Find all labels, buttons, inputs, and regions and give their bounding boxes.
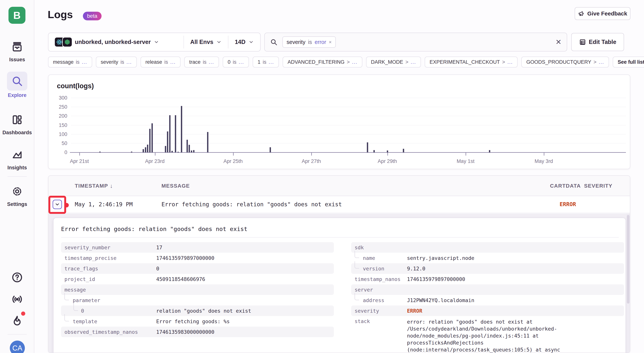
chip-label: 1: [258, 59, 260, 65]
sidebar-item-explore[interactable]: Explore: [0, 72, 34, 98]
settings-icon: [7, 183, 27, 199]
detail-value: 1746135983000000000: [156, 329, 214, 335]
attribute-chip-goods_productquery[interactable]: GOODS_PRODUCTQUERY>...: [521, 57, 609, 68]
y-axis-label: 0: [50, 150, 67, 155]
detail-title: Error fetching goods: relation "goods" d…: [61, 225, 248, 232]
chart-bar: [143, 149, 144, 152]
chart-bar: [186, 140, 188, 152]
x-axis-label: May 3rd: [534, 158, 553, 164]
detail-right-column: sdknamesentry.javascript.nodeversion9.12…: [351, 242, 624, 353]
column-header-cartdata[interactable]: CARTDATA: [550, 176, 581, 196]
user-avatar[interactable]: CA: [10, 340, 25, 353]
detail-row-version: version9.12.0: [351, 263, 624, 274]
chip-operator: >: [502, 59, 505, 65]
expand-row-button[interactable]: [52, 200, 62, 209]
chip-operator: is: [233, 59, 236, 65]
attribute-chip-advanced_filtering[interactable]: ADVANCED_FILTERING>...: [282, 57, 362, 68]
chip-ellipsis: ...: [352, 59, 358, 65]
chart-bar: [270, 147, 271, 152]
expanded-row-area: Error fetching goods: relation "goods" d…: [48, 213, 630, 353]
attribute-chip-trace[interactable]: traceis...: [184, 57, 219, 68]
chart-title: count(logs): [57, 82, 94, 90]
log-detail-card: Error fetching goods: relation "goods" d…: [53, 218, 626, 353]
search-clear-icon[interactable]: ✕: [556, 39, 562, 46]
x-axis-label: Apr 21st: [70, 158, 89, 164]
project-selector[interactable]: unborked, unborked-server: [48, 33, 184, 51]
search-icon: [270, 38, 278, 46]
chip-operator: >: [594, 59, 596, 65]
detail-row-0: 0relation "goods" does not exist: [61, 305, 334, 316]
log-row[interactable]: May 1, 2:46:19 PM Error fetching goods: …: [48, 196, 630, 213]
help-button[interactable]: [10, 270, 24, 285]
chip-label: GOODS_PRODUCTQUERY: [526, 59, 591, 65]
chart-bar: [175, 115, 176, 152]
detail-value: 1746135979897000000: [407, 276, 465, 282]
column-header-severity[interactable]: SEVERITY: [584, 176, 612, 196]
chevron-down-icon: [248, 40, 254, 45]
chart-bar: [167, 131, 168, 152]
attribute-chip-message[interactable]: messageis...: [48, 57, 92, 68]
chip-value: error: [315, 39, 326, 45]
detail-row-severity_number: severity_number17: [61, 242, 334, 253]
column-header-timestamp[interactable]: TIMESTAMP↓: [75, 176, 113, 196]
whats-new-icon: [11, 315, 23, 326]
chip-label: severity: [101, 59, 118, 65]
attribute-chip-0[interactable]: 0is...: [223, 57, 249, 68]
edit-table-label: Edit Table: [589, 39, 616, 46]
bar-chart: 050100150200250300Apr 21stApr 23rdApr 25…: [71, 98, 626, 152]
chip-label: message: [53, 59, 74, 65]
give-feedback-button[interactable]: Give Feedback: [575, 7, 630, 20]
table-icon: [579, 39, 586, 46]
environment-selector-label: All Envs: [190, 39, 213, 46]
chart-bar: [374, 150, 375, 152]
sidebar-item-issues[interactable]: Issues: [0, 39, 34, 63]
column-label: SEVERITY: [584, 183, 612, 189]
chip-key: severity: [286, 39, 306, 45]
logs-table-card: TIMESTAMP↓MESSAGECARTDATASEVERITY May 1,…: [48, 175, 630, 353]
attribute-chip-1[interactable]: 1is...: [253, 57, 279, 68]
broadcast-button[interactable]: [10, 292, 24, 307]
detail-value: 9.12.0: [407, 266, 426, 271]
detail-value: 1746135979897000000: [156, 255, 214, 261]
gridline: [71, 107, 626, 107]
dashboards-icon: [7, 112, 27, 128]
chart-bar: [188, 145, 190, 152]
date-range-selector[interactable]: 14D: [228, 33, 260, 51]
chip-ellipsis: ...: [599, 59, 604, 65]
chip-label: 0: [228, 59, 230, 65]
search-input[interactable]: severity is error × ✕: [264, 33, 567, 52]
x-axis-tick: [466, 153, 466, 156]
logs-chart-card: count(logs) 050100150200250300Apr 21stAp…: [48, 75, 630, 169]
attribute-chip-severity[interactable]: severityis...: [96, 57, 137, 68]
x-axis-label: Apr 29th: [378, 158, 397, 164]
attribute-chip-release[interactable]: releaseis...: [140, 57, 181, 68]
chart-bar: [387, 150, 388, 152]
sidebar-item-settings[interactable]: Settings: [0, 183, 34, 207]
page-title: Logs: [48, 8, 73, 21]
chevron-down-icon: [216, 40, 222, 45]
detail-row-template: templateError fetching goods: %s: [61, 316, 334, 326]
y-axis-label: 300: [50, 95, 67, 101]
project-selector-label: unborked, unborked-server: [75, 39, 151, 46]
sidebar-item-dashboards[interactable]: Dashboards: [0, 112, 34, 136]
chart-bar: [193, 150, 194, 152]
whats-new-button[interactable]: [10, 313, 24, 328]
chart-bar: [489, 150, 490, 152]
chip-ellipsis: ...: [126, 59, 132, 65]
attribute-chip-dark_mode[interactable]: DARK_MODE>...: [366, 57, 421, 68]
chip-operator: >: [406, 59, 408, 65]
environment-selector[interactable]: All Envs: [184, 33, 228, 51]
see-full-list-chip[interactable]: See full list: [613, 57, 644, 68]
column-header-message[interactable]: MESSAGE: [162, 176, 190, 196]
attribute-chip-experimental_checkout[interactable]: EXPERIMENTAL_CHECKOUT>...: [425, 57, 518, 68]
detail-value: ERROR: [407, 308, 422, 314]
edit-table-button[interactable]: Edit Table: [571, 33, 624, 51]
org-logo[interactable]: B: [8, 7, 26, 24]
column-label: MESSAGE: [162, 183, 190, 189]
sidebar-item-insights[interactable]: Insights: [0, 147, 34, 171]
detail-key: parameter: [61, 297, 156, 303]
chip-remove-icon[interactable]: ×: [329, 39, 332, 45]
search-filter-chip[interactable]: severity is error ×: [282, 36, 336, 48]
detail-row-project_id: project_id4509118548606976: [61, 274, 334, 284]
detail-scrollbar-thumb[interactable]: [627, 215, 630, 304]
